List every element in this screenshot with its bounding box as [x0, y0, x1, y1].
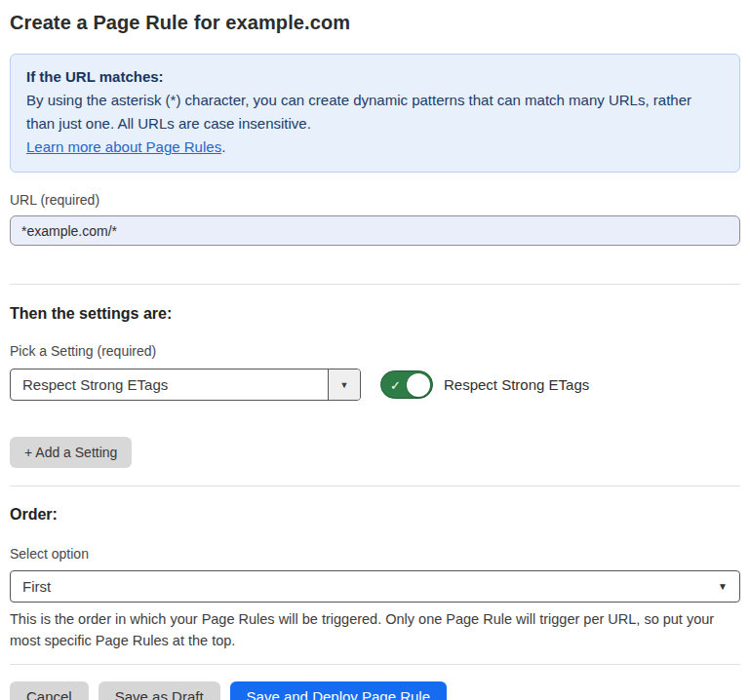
info-box-body: By using the asterisk (*) character, you…	[26, 89, 724, 136]
setting-dropdown[interactable]: Respect Strong ETags ▼	[10, 369, 361, 401]
divider	[10, 486, 740, 486]
footer-actions: Cancel Save as Draft Save and Deploy Pag…	[10, 681, 740, 700]
info-box-link-line: Learn more about Page Rules.	[26, 136, 724, 159]
save-as-draft-button[interactable]: Save as Draft	[99, 681, 220, 700]
check-icon: ✓	[390, 378, 401, 391]
order-section-heading: Order:	[10, 506, 740, 524]
order-dropdown-value: First	[22, 578, 51, 595]
chevron-down-icon: ▼	[718, 581, 728, 592]
setting-row: Respect Strong ETags ▼ ✓ Respect Strong …	[10, 369, 740, 401]
add-setting-button[interactable]: + Add a Setting	[10, 437, 132, 468]
order-dropdown[interactable]: First ▼	[10, 570, 740, 603]
divider	[10, 284, 740, 285]
link-period: .	[221, 138, 225, 155]
toggle-knob	[407, 373, 430, 397]
chevron-down-icon: ▼	[340, 380, 349, 390]
order-select-label: Select option	[10, 546, 740, 562]
url-match-info-box: If the URL matches: By using the asteris…	[10, 54, 740, 173]
save-and-deploy-button[interactable]: Save and Deploy Page Rule	[230, 681, 447, 700]
divider	[10, 664, 740, 665]
setting-toggle-label: Respect Strong ETags	[444, 376, 589, 393]
url-input[interactable]	[10, 215, 740, 246]
setting-dropdown-arrow-button[interactable]: ▼	[328, 369, 360, 400]
setting-toggle[interactable]: ✓	[380, 370, 433, 399]
page-title: Create a Page Rule for example.com	[10, 12, 740, 34]
pick-setting-label: Pick a Setting (required)	[10, 343, 740, 359]
order-help-text: This is the order in which your Page Rul…	[10, 608, 740, 651]
url-field-label: URL (required)	[10, 192, 740, 208]
learn-more-link[interactable]: Learn more about Page Rules	[26, 138, 221, 155]
info-box-heading: If the URL matches:	[26, 65, 724, 89]
cancel-button[interactable]: Cancel	[10, 681, 89, 700]
setting-dropdown-value: Respect Strong ETags	[11, 369, 328, 400]
settings-section-heading: Then the settings are:	[10, 305, 740, 323]
